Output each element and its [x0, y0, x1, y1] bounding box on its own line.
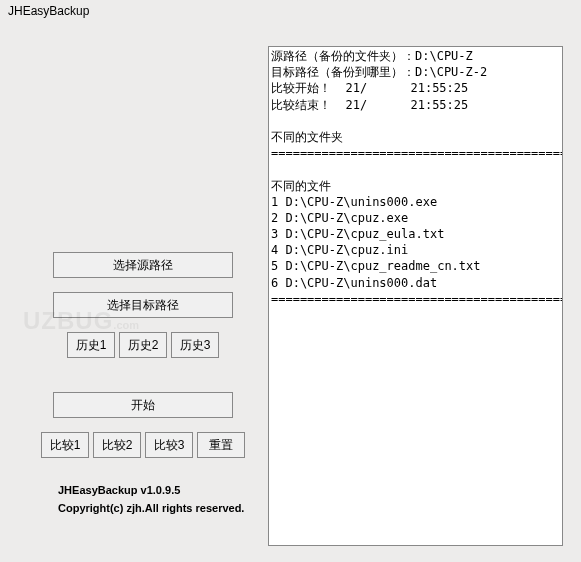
select-source-button[interactable]: 选择源路径	[53, 252, 233, 278]
start-button[interactable]: 开始	[53, 392, 233, 418]
controls-panel: UZBUG.com 选择源路径 选择目标路径 历史1 历史2 历史3 开始 比较…	[8, 22, 268, 546]
history-row: 历史1 历史2 历史3	[38, 332, 248, 358]
history2-button[interactable]: 历史2	[119, 332, 167, 358]
log-output: 源路径（备份的文件夹）：D:\CPU-Z 目标路径（备份到哪里）：D:\CPU-…	[268, 46, 563, 546]
compare3-button[interactable]: 比较3	[145, 432, 193, 458]
watermark-sub: .com	[113, 319, 139, 331]
compare1-button[interactable]: 比较1	[41, 432, 89, 458]
select-target-button[interactable]: 选择目标路径	[53, 292, 233, 318]
compare-row: 比较1 比较2 比较3 重置	[38, 432, 248, 458]
reset-button[interactable]: 重置	[197, 432, 245, 458]
footer: JHEasyBackup v1.0.9.5 Copyright(c) zjh.A…	[38, 482, 248, 517]
window-title: JHEasyBackup	[0, 0, 581, 22]
history3-button[interactable]: 历史3	[171, 332, 219, 358]
main-content: UZBUG.com 选择源路径 选择目标路径 历史1 历史2 历史3 开始 比较…	[0, 22, 581, 546]
history1-button[interactable]: 历史1	[67, 332, 115, 358]
version-label: JHEasyBackup v1.0.9.5	[58, 482, 248, 500]
log-panel: 源路径（备份的文件夹）：D:\CPU-Z 目标路径（备份到哪里）：D:\CPU-…	[268, 22, 573, 546]
copyright-label: Copyright(c) zjh.All rights reserved.	[58, 500, 248, 518]
compare2-button[interactable]: 比较2	[93, 432, 141, 458]
